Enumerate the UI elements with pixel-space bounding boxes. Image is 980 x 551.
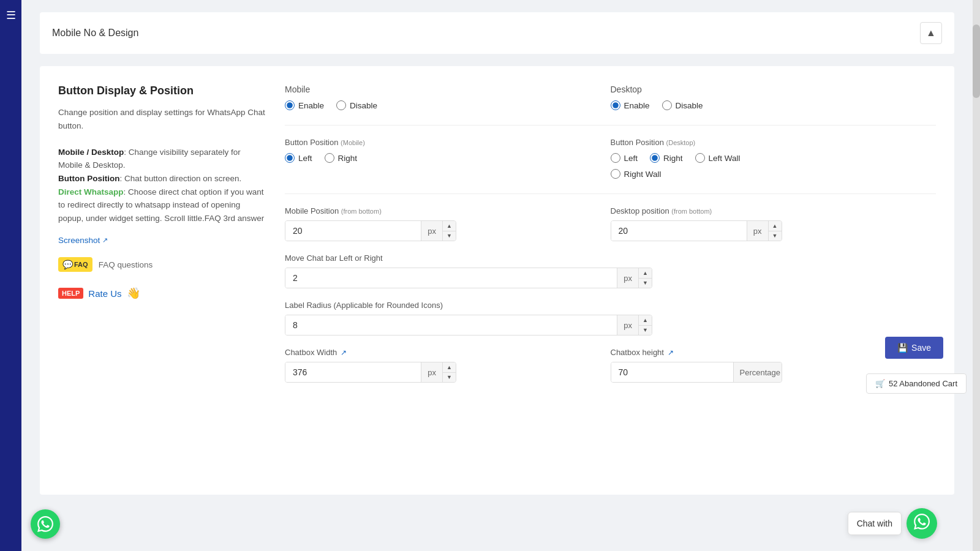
desktop-bottom-down-btn[interactable]: ▼	[769, 231, 782, 241]
external-link-icon: ↗	[102, 236, 108, 244]
mobile-bottom-label-text: Mobile Position	[285, 206, 339, 216]
help-badge: HELP	[58, 288, 83, 299]
move-chat-up-btn[interactable]: ▲	[639, 268, 652, 279]
chatbox-width-down-btn[interactable]: ▼	[443, 373, 456, 383]
label-radius-input[interactable]	[285, 315, 617, 335]
chatbox-width-input-wrap: px ▲ ▼	[285, 362, 456, 383]
desktop-left-text: Left	[624, 154, 638, 163]
whatsapp-bubble-button[interactable]	[31, 509, 60, 539]
desktop-right-label[interactable]: Right	[650, 153, 683, 163]
label-radius-label: Label Radius (Applicable for Rounded Ico…	[285, 301, 936, 310]
faq-section: 💬 FAQ FAQ questions	[58, 257, 266, 272]
mobile-right-radio[interactable]	[325, 153, 334, 163]
chat-whatsapp-button[interactable]	[907, 508, 937, 539]
mobile-enable-radio[interactable]	[285, 100, 295, 110]
section-description: Change position and display settings for…	[58, 106, 266, 225]
desktop-bottom-input-wrap: px ▲ ▼	[611, 220, 782, 241]
desktop-left-wall-label[interactable]: Left Wall	[695, 153, 741, 163]
desktop-label: Desktop	[611, 84, 937, 94]
mobile-group: Mobile Enable Disable	[285, 84, 611, 110]
desktop-position-group: Button Position (Desktop) Left Right	[611, 138, 937, 179]
label-radius-up-btn[interactable]: ▲	[639, 315, 652, 326]
move-chat-input-wrap: px ▲ ▼	[285, 268, 652, 288]
mobile-position-options: Left Right	[285, 153, 611, 163]
desktop-right-wall-label[interactable]: Right Wall	[611, 169, 937, 179]
position-from-bottom-row: Mobile Position (from bottom) px ▲ ▼	[285, 206, 936, 241]
chatbox-width-up-btn[interactable]: ▲	[443, 362, 456, 373]
scrollbar-thumb[interactable]	[973, 24, 980, 98]
desktop-left-radio[interactable]	[611, 153, 620, 163]
desktop-disable-radio[interactable]	[662, 100, 672, 110]
mobile-disable-text: Disable	[350, 101, 377, 110]
faq-badge: 💬 FAQ	[58, 257, 92, 272]
direct-whatsapp-term: Direct Whatsapp	[58, 187, 124, 197]
abandoned-cart-button[interactable]: 🛒 52 Abandoned Cart	[866, 373, 967, 394]
whatsapp-icon	[914, 514, 930, 533]
left-panel: Button Display & Position Change positio…	[58, 84, 266, 476]
move-chat-stepper: ▲ ▼	[638, 268, 652, 288]
desktop-bottom-sub: (from bottom)	[671, 208, 712, 215]
chat-bubble-icon: 💬	[62, 260, 73, 269]
mobile-btn-pos-text: Button Position	[285, 138, 338, 147]
help-rate-section: HELP Rate Us 👋	[58, 287, 266, 300]
desktop-btn-pos-text: Button Position	[611, 138, 664, 147]
screenshot-link[interactable]: Screenshot ↗	[58, 236, 108, 245]
chatbox-width-unit: px	[421, 362, 442, 382]
platform-row: Mobile Enable Disable Desktop	[285, 84, 936, 110]
desktop-left-wall-radio[interactable]	[695, 153, 705, 163]
chatbox-width-ext-icon[interactable]: ↗	[341, 348, 347, 357]
save-icon: 💾	[897, 343, 908, 353]
desktop-btn-pos-sub: (Desktop)	[666, 139, 696, 146]
desktop-bottom-unit: px	[747, 221, 768, 241]
move-chat-input[interactable]	[285, 268, 617, 288]
mobile-enable-text: Enable	[298, 101, 324, 110]
mobile-bottom-group: Mobile Position (from bottom) px ▲ ▼	[285, 206, 611, 241]
desktop-radio-group: Enable Disable	[611, 100, 937, 110]
move-chat-down-btn[interactable]: ▼	[639, 279, 652, 288]
desktop-enable-label[interactable]: Enable	[611, 100, 650, 110]
desktop-bottom-stepper: ▲ ▼	[768, 221, 782, 241]
content-area: Button Display & Position Change positio…	[40, 66, 954, 495]
mobile-bottom-up-btn[interactable]: ▲	[443, 221, 456, 231]
wall-options: Right Wall	[611, 169, 937, 179]
label-radius-down-btn[interactable]: ▼	[639, 326, 652, 335]
section-divider-1	[285, 125, 936, 126]
mobile-right-label[interactable]: Right	[325, 153, 358, 163]
label-radius-section: Label Radius (Applicable for Rounded Ico…	[285, 301, 936, 335]
scrollbar[interactable]	[973, 0, 980, 551]
mobile-bottom-down-btn[interactable]: ▼	[443, 231, 456, 241]
mobile-label: Mobile	[285, 84, 611, 94]
mobile-disable-label[interactable]: Disable	[336, 100, 377, 110]
desktop-enable-radio[interactable]	[611, 100, 620, 110]
page-title: Mobile No & Design	[52, 28, 138, 39]
rate-us-link[interactable]: Rate Us	[88, 288, 121, 299]
mobile-position-group: Button Position (Mobile) Left Right	[285, 138, 611, 179]
mobile-desktop-term: Mobile / Desktop	[58, 148, 124, 157]
mobile-disable-radio[interactable]	[336, 100, 346, 110]
save-button[interactable]: 💾 Save	[885, 337, 943, 359]
chatbox-height-input[interactable]	[611, 362, 733, 382]
chatbox-height-ext-icon[interactable]: ↗	[668, 348, 674, 357]
chatbox-width-stepper: ▲ ▼	[442, 362, 456, 382]
desktop-bottom-up-btn[interactable]: ▲	[769, 221, 782, 231]
sidebar: ☰	[0, 0, 21, 551]
mobile-bottom-input[interactable]	[285, 221, 421, 241]
chatbox-row: Chatbox Width ↗ px ▲ ▼ Chatbox heig	[285, 348, 936, 383]
desktop-right-radio[interactable]	[650, 153, 660, 163]
mobile-bottom-stepper: ▲ ▼	[442, 221, 456, 241]
desktop-left-label[interactable]: Left	[611, 153, 638, 163]
right-panel: Mobile Enable Disable Desktop	[285, 84, 936, 476]
desktop-disable-label[interactable]: Disable	[662, 100, 703, 110]
menu-icon[interactable]: ☰	[2, 5, 20, 26]
mobile-left-radio[interactable]	[285, 153, 295, 163]
desktop-group: Desktop Enable Disable	[611, 84, 937, 110]
desktop-bottom-input[interactable]	[611, 221, 747, 241]
collapse-button[interactable]: ▲	[920, 22, 942, 44]
mobile-left-label[interactable]: Left	[285, 153, 312, 163]
label-radius-input-wrap: px ▲ ▼	[285, 315, 652, 335]
mobile-enable-label[interactable]: Enable	[285, 100, 324, 110]
desktop-enable-text: Enable	[624, 101, 650, 110]
desktop-right-wall-radio[interactable]	[611, 169, 620, 179]
chatbox-width-input[interactable]	[285, 362, 421, 382]
page-header: Mobile No & Design ▲	[40, 12, 954, 54]
